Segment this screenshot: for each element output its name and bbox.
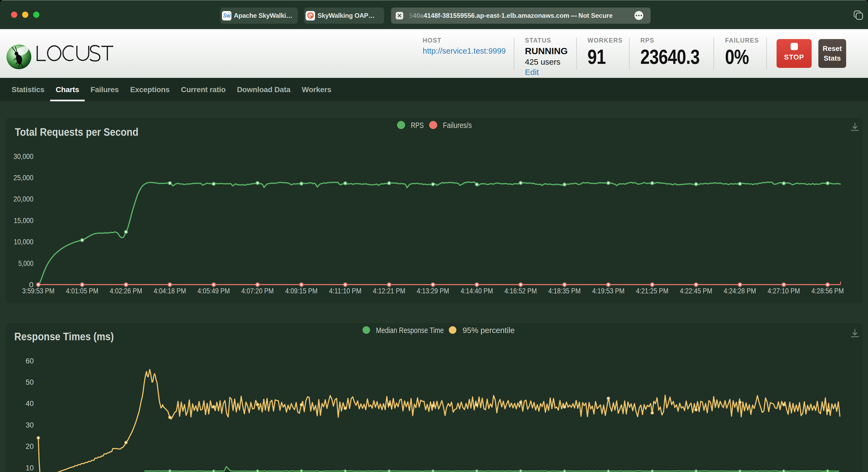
svg-text:25,000: 25,000 [13, 173, 33, 182]
svg-text:30: 30 [26, 421, 34, 429]
svg-text:15,000: 15,000 [14, 216, 33, 225]
svg-text:60: 60 [26, 357, 34, 365]
svg-text:10,000: 10,000 [14, 238, 33, 246]
svg-text:95% percentile: 95% percentile [463, 326, 515, 335]
svg-text:30,000: 30,000 [13, 152, 33, 161]
svg-text:Failures/s: Failures/s [443, 121, 472, 130]
svg-text:Sw: Sw [223, 12, 230, 19]
svg-text:50: 50 [26, 378, 34, 386]
svg-text:Response Times (ms): Response Times (ms) [14, 330, 114, 343]
svg-text:20: 20 [26, 442, 34, 450]
svg-text:5,000: 5,000 [18, 259, 33, 268]
svg-text:Total Requests per Second: Total Requests per Second [15, 126, 138, 138]
svg-text:Median Response Time: Median Response Time [376, 326, 444, 335]
svg-text:10: 10 [26, 464, 34, 472]
svg-text:20,000: 20,000 [13, 195, 33, 203]
svg-text:40: 40 [26, 399, 34, 408]
svg-text:RPS: RPS [411, 121, 424, 130]
